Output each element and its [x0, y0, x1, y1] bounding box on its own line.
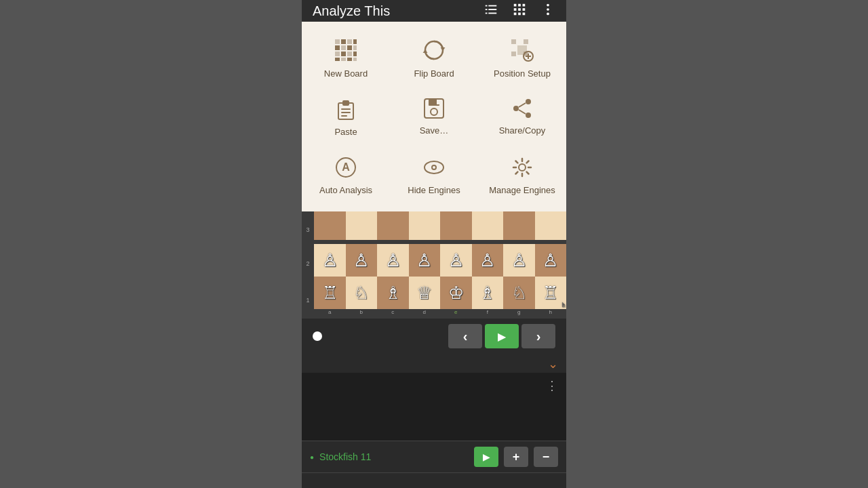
chevron-down-icon[interactable]: ⌄	[548, 357, 558, 367]
menu-item-auto-analysis[interactable]: A Auto Analysis	[312, 152, 380, 199]
cell-r3c6[interactable]	[472, 211, 504, 240]
cell-r2c8[interactable]: ♙	[535, 244, 567, 277]
menu-item-manage-engines[interactable]: Manage Engines	[488, 152, 556, 199]
auto-analysis-label: Auto Analysis	[319, 185, 372, 195]
cell-r2c5[interactable]: ♙	[440, 244, 472, 277]
save-label: Save…	[420, 125, 449, 136]
engine-plus-button[interactable]: +	[504, 447, 528, 467]
cell-r2c2[interactable]: ♙	[346, 244, 378, 277]
manage-engines-icon	[511, 156, 534, 182]
svg-rect-28	[347, 52, 352, 56]
cell-r1c3[interactable]: ♗	[377, 277, 409, 309]
header-icons	[484, 2, 555, 20]
cell-r2c6[interactable]: ♙	[472, 244, 504, 277]
cell-r1c2[interactable]: ♘	[346, 277, 378, 309]
app-container: Analyze This	[302, 0, 566, 488]
svg-rect-32	[347, 58, 352, 61]
cell-r2c1[interactable]: ♙	[314, 244, 346, 277]
rank-label-3: 3	[302, 226, 314, 233]
engine-status-dot: ●	[310, 453, 314, 461]
cell-r3c5[interactable]	[440, 211, 472, 240]
cell-r1c6[interactable]: ♗	[472, 277, 504, 309]
svg-rect-8	[523, 3, 526, 6]
svg-rect-45	[341, 108, 351, 110]
svg-rect-0	[486, 5, 488, 6]
paste-label: Paste	[334, 127, 357, 137]
svg-rect-39	[517, 45, 527, 55]
menu-row-2: Paste Save…	[302, 88, 566, 146]
svg-rect-24	[347, 45, 352, 50]
menu-item-hide-engines[interactable]: Hide Engines	[400, 152, 468, 199]
cell-r1c5[interactable]: ♔	[440, 277, 472, 309]
svg-rect-26	[335, 52, 340, 56]
svg-rect-36	[524, 39, 528, 44]
dropdown-menu: New Board Flip Board	[302, 22, 566, 211]
menu-item-share-copy[interactable]: Share/Copy	[488, 94, 556, 141]
menu-item-paste[interactable]: Paste	[312, 94, 380, 141]
flip-board-icon	[422, 38, 446, 66]
analysis-more-icon[interactable]: ⋮	[546, 378, 558, 393]
board-section: 3 2 1 ♙ ♙ ♙	[302, 211, 566, 319]
svg-rect-7	[518, 3, 521, 6]
cell-r3c2[interactable]	[346, 211, 378, 240]
cell-r2c3[interactable]: ♙	[377, 244, 409, 277]
auto-analysis-icon: A	[334, 156, 357, 182]
cell-r1c7[interactable]: ♘	[503, 277, 535, 309]
hide-engines-icon	[422, 156, 446, 182]
list-icon[interactable]	[484, 2, 498, 20]
svg-rect-30	[335, 58, 340, 61]
cell-r3c7[interactable]	[503, 211, 535, 240]
svg-rect-6	[514, 3, 517, 6]
svg-rect-5	[488, 12, 496, 14]
svg-line-55	[519, 103, 526, 107]
cell-r3c1[interactable]	[314, 211, 346, 240]
more-icon[interactable]	[540, 2, 555, 20]
cell-r2c4[interactable]: ♙	[409, 244, 441, 277]
svg-rect-35	[511, 39, 516, 44]
svg-point-17	[547, 12, 549, 15]
header: Analyze This	[302, 0, 566, 22]
engine-bar-1: ● Stockfish 11 ▶ + −	[302, 441, 566, 472]
paste-icon	[336, 98, 356, 124]
svg-rect-46	[341, 112, 351, 113]
svg-rect-11	[523, 8, 526, 11]
svg-rect-19	[341, 39, 346, 44]
cell-r1c4[interactable]: ♕	[409, 277, 441, 309]
rank-label-1: 1	[302, 294, 314, 304]
cell-r3c8[interactable]	[535, 211, 567, 240]
new-board-icon	[334, 38, 358, 66]
position-setup-icon	[510, 38, 534, 66]
prev-button[interactable]: ‹	[448, 324, 482, 348]
next-button[interactable]: ›	[521, 324, 555, 348]
engine-play-button[interactable]: ▶	[474, 447, 498, 467]
cell-r2c7[interactable]: ♙	[503, 244, 535, 277]
menu-row-3: A Auto Analysis Hide Engines	[302, 146, 566, 205]
cell-r3c3[interactable]	[377, 211, 409, 240]
menu-item-flip-board[interactable]: Flip Board	[400, 34, 468, 83]
controls-buttons: ‹ ▶ ›	[448, 324, 555, 348]
svg-point-15	[547, 3, 549, 6]
cell-r1c1[interactable]: ♖	[314, 277, 346, 309]
menu-item-new-board[interactable]: New Board	[312, 34, 380, 83]
svg-rect-18	[335, 39, 340, 44]
svg-rect-9	[514, 8, 517, 11]
svg-point-62	[519, 164, 526, 171]
svg-rect-10	[518, 8, 521, 11]
menu-item-position-setup[interactable]: Position Setup	[488, 34, 556, 83]
play-button[interactable]: ▶	[485, 324, 519, 348]
cell-r1c8[interactable]: ♖ h	[535, 277, 567, 309]
svg-text:A: A	[342, 161, 350, 173]
svg-point-52	[526, 99, 531, 104]
grid-icon[interactable]	[512, 2, 527, 20]
engine-minus-button[interactable]: −	[534, 447, 558, 467]
chess-board[interactable]: ♙ ♙ ♙ ♙ ♙ ♙ ♙ ♙ ♖ ♘ ♗ ♕ ♔ ♗ ♘ ♖	[314, 211, 566, 309]
flip-board-label: Flip Board	[414, 68, 454, 79]
svg-rect-37	[511, 52, 516, 56]
svg-rect-25	[353, 45, 357, 50]
menu-item-save[interactable]: Save…	[400, 94, 468, 141]
right-overlay	[566, 0, 868, 488]
share-copy-label: Share/Copy	[499, 125, 546, 136]
engine-name: Stockfish 11	[319, 451, 469, 462]
cell-r3c4[interactable]	[409, 211, 441, 240]
svg-rect-47	[341, 115, 347, 117]
